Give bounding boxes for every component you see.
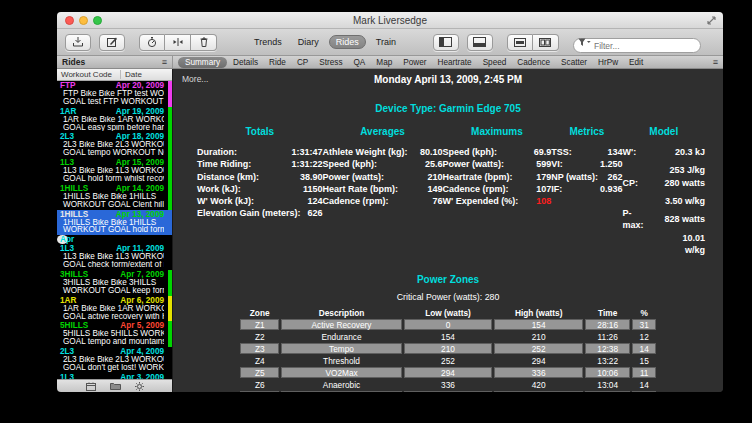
analysis-tab[interactable]: Summary [178, 57, 227, 68]
metric-row: W' Work (kJ):124 [197, 195, 323, 207]
metric-row: 253 J/kg [623, 164, 705, 176]
metric-label: W' Expended (%): [443, 195, 519, 207]
compose-button[interactable] [99, 34, 125, 51]
split-button[interactable] [165, 34, 191, 51]
ride-list-item[interactable]: 2L3 Apr 18, 2009 2L3 Bike Bike 2L3 WORKO… [57, 132, 172, 158]
zone-pct: 11 [632, 367, 656, 378]
zone-pct: 14 [632, 343, 656, 354]
calendar-button[interactable] [86, 382, 96, 391]
metric-row: IF:0.936 [551, 183, 622, 195]
single-pane-icon [514, 38, 526, 47]
power-zone-row: Z4 Threshold 252 294 13:22 15 [240, 355, 656, 366]
more-link[interactable]: More... [182, 74, 208, 84]
minimize-button[interactable] [79, 16, 88, 25]
analysis-tab[interactable]: HrPw [593, 58, 623, 67]
ride-workout-code: 2L3 [60, 348, 74, 356]
ride-list-item[interactable]: Apr 12, 2009 Bike [57, 235, 68, 244]
metric-row: Cadence (rpm):76 [323, 195, 443, 207]
power-zones-table: Zone Description Low (watts) High (watts… [240, 307, 656, 392]
analysis-tab[interactable]: QA [349, 58, 371, 67]
close-button[interactable] [65, 16, 74, 25]
ride-list-item[interactable]: 1L3 Apr 11, 2009 1L3 Bike Bike 1L3 WORKO… [57, 244, 172, 270]
ride-list-item[interactable]: 1HILLS Apr 14, 2009 1HILLS Bike Bike 1HI… [57, 184, 172, 210]
analysis-tab[interactable]: Speed [478, 58, 512, 67]
view-tab[interactable]: Diary [292, 36, 325, 48]
layout-group [507, 34, 559, 51]
ride-workout-code: 1L3 [60, 159, 74, 167]
sidebar-footer [57, 379, 172, 392]
ride-date: Apr 11, 2009 [116, 245, 164, 253]
metric-row: VI:1.250 [551, 158, 622, 170]
window-title: Mark Liversedge [353, 15, 427, 26]
view-tab[interactable]: Rides [329, 35, 366, 49]
tabbar-menu-icon[interactable]: ≡ [713, 58, 723, 67]
fullscreen-icon[interactable] [706, 15, 717, 26]
analysis-tab[interactable]: CP [292, 58, 313, 67]
column-workout-code[interactable]: Workout Code [57, 70, 121, 79]
zone-description: Anaerobic [281, 379, 401, 390]
view-tab[interactable]: Trends [248, 36, 288, 48]
metric-row: Speed (kph):69.9 [443, 146, 552, 158]
ride-list-item[interactable]: 2L3 Apr 4, 2009 2L3 Bike Bike 2L3 WORKOU… [57, 347, 172, 373]
metric-value: 107 [536, 183, 551, 195]
zoom-button[interactable] [93, 16, 102, 25]
filter-funnel-icon[interactable] [578, 38, 591, 47]
metric-row: Work (kJ):1150 [197, 183, 323, 195]
ride-list-item[interactable]: 1AR Apr 6, 2009 1AR Bike Bike 1AR WORKOU… [57, 296, 172, 322]
ride-list-item[interactable]: 1L3 Apr 15, 2009 1L3 Bike Bike 1L3 WORKO… [57, 158, 172, 184]
ride-description-line1: 1AR Bike Bike 1AR WORKOUT [60, 305, 164, 313]
analysis-tab[interactable]: Map [371, 58, 397, 67]
lowbar-toggle-button[interactable] [467, 34, 493, 51]
ride-list-item[interactable]: FTP Apr 20, 2009 FTP Bike Bike FTP test … [57, 81, 172, 107]
zone-id: Z7 [240, 391, 279, 392]
tab-bar: Rides ≡ SummaryDetailsRideCPStressQAMapP… [57, 56, 723, 69]
stopwatch-button[interactable] [139, 34, 165, 51]
zone-high: 210 [494, 331, 583, 342]
ride-workout-code: 1L3 [60, 245, 74, 253]
analysis-tab[interactable]: Power [398, 58, 431, 67]
ride-list: FTP Apr 20, 2009 FTP Bike Bike FTP test … [57, 81, 172, 379]
folder-button[interactable] [110, 382, 121, 390]
metric-row: Time Riding:1:31:22 [197, 158, 323, 170]
ride-list-item[interactable]: 1HILLS Apr 13, 2009 1HILLS Bike Bike 1HI… [57, 210, 172, 236]
ride-date: Apr 18, 2009 [116, 133, 164, 141]
ride-date: Apr 15, 2009 [116, 159, 164, 167]
analysis-tab[interactable]: Ride [264, 58, 291, 67]
filter-input[interactable] [573, 38, 701, 53]
header-zone: Zone [240, 307, 279, 318]
ride-color-bar [64, 235, 68, 244]
zone-description: Neuromuscular [281, 391, 401, 392]
zone-low: 252 [404, 355, 493, 366]
metric-value: 20.3 kJ [675, 146, 705, 158]
analysis-tab[interactable]: Edit [624, 58, 648, 67]
ride-description-line1: 1AR Bike Bike 1AR WORKOUT [60, 116, 164, 124]
single-view-button[interactable] [507, 34, 533, 51]
ride-list-item[interactable]: 3HILLS Apr 7, 2009 3HILLS Bike Bike 3HIL… [57, 270, 172, 296]
zone-time: 28:16 [585, 319, 630, 330]
analysis-tab[interactable]: Cadence [512, 58, 555, 67]
metric-row: Power (watts):599 [443, 158, 552, 170]
zone-pct: 31 [632, 319, 656, 330]
import-button[interactable] [65, 34, 91, 51]
sidebar-menu-icon[interactable]: ≡ [162, 58, 167, 67]
analysis-tab[interactable]: Details [228, 58, 263, 67]
power-zones-header: Zone Description Low (watts) High (watts… [240, 307, 656, 318]
sidebar-toggle-button[interactable] [433, 34, 459, 51]
analysis-tab[interactable]: Heartrate [433, 58, 477, 67]
metric-value: 149 [428, 183, 443, 195]
ride-list-item[interactable]: 1L3 Apr 3, 2009 [57, 373, 172, 379]
summary-column-metrics: Metrics TSS:134VI:1.250NP (watts):262IF:… [551, 126, 622, 256]
zone-high: 154 [494, 319, 583, 330]
tiled-view-button[interactable] [533, 34, 559, 51]
view-tab[interactable]: Train [370, 36, 402, 48]
ride-date: Apr 3, 2009 [120, 374, 164, 379]
ride-list-item[interactable]: 5HILLS Apr 5, 2009 5HILLS Bike 5HILLS WO… [57, 321, 172, 347]
settings-button[interactable] [135, 382, 144, 391]
metric-label: Speed (kph): [443, 146, 498, 158]
column-date[interactable]: Date [121, 70, 142, 79]
analysis-tab[interactable]: Stress [314, 58, 347, 67]
ride-workout-code: 3HILLS [60, 271, 88, 279]
ride-list-item[interactable]: 1AR Apr 19, 2009 1AR Bike Bike 1AR WORKO… [57, 107, 172, 133]
analysis-tab[interactable]: Scatter [556, 58, 592, 67]
delete-button[interactable] [191, 34, 217, 51]
